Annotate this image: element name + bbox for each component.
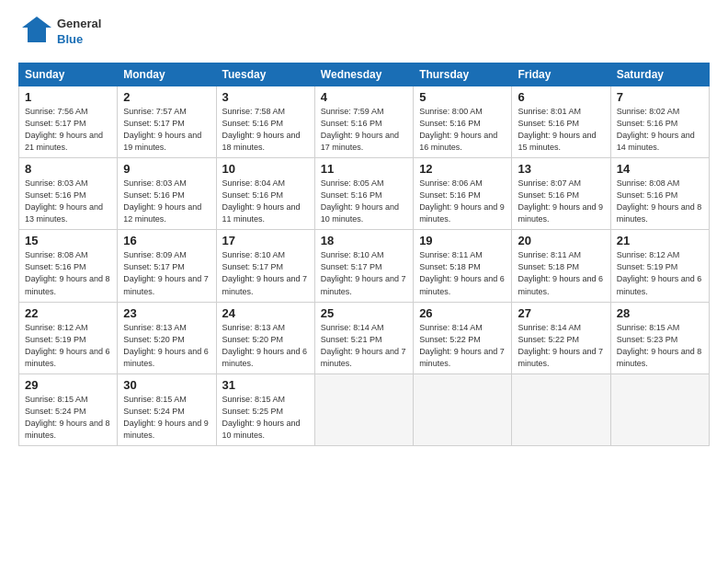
calendar-cell: 31Sunrise: 8:15 AMSunset: 5:25 PMDayligh… (216, 373, 314, 445)
calendar-cell: 26Sunrise: 8:14 AMSunset: 5:22 PMDayligh… (414, 302, 512, 373)
table-row: 8Sunrise: 8:03 AMSunset: 5:16 PMDaylight… (19, 158, 710, 230)
calendar-cell: 9Sunrise: 8:03 AMSunset: 5:16 PMDaylight… (118, 158, 216, 230)
day-info: Sunrise: 8:12 AMSunset: 5:19 PMDaylight:… (617, 249, 703, 297)
calendar-cell: 4Sunrise: 7:59 AMSunset: 5:16 PMDaylight… (314, 86, 413, 158)
day-info: Sunrise: 8:01 AMSunset: 5:16 PMDaylight:… (518, 106, 604, 154)
day-number: 24 (222, 306, 309, 320)
day-info: Sunrise: 8:10 AMSunset: 5:17 PMDaylight:… (321, 249, 407, 297)
calendar-cell: 27Sunrise: 8:14 AMSunset: 5:22 PMDayligh… (512, 302, 610, 373)
day-info: Sunrise: 8:13 AMSunset: 5:20 PMDaylight:… (123, 322, 210, 370)
day-number: 29 (25, 378, 111, 392)
day-number: 4 (321, 90, 407, 104)
day-info: Sunrise: 8:06 AMSunset: 5:16 PMDaylight:… (419, 178, 506, 225)
day-number: 21 (617, 234, 703, 247)
col-sunday: Sunday (19, 63, 118, 86)
table-row: 1Sunrise: 7:56 AMSunset: 5:17 PMDaylight… (19, 86, 710, 158)
calendar-cell (610, 373, 709, 445)
calendar-cell: 30Sunrise: 8:15 AMSunset: 5:24 PMDayligh… (118, 373, 216, 445)
day-info: Sunrise: 7:58 AMSunset: 5:16 PMDaylight:… (222, 106, 309, 154)
header-row: Sunday Monday Tuesday Wednesday Thursday… (19, 63, 710, 86)
day-number: 30 (123, 378, 210, 392)
day-info: Sunrise: 8:03 AMSunset: 5:16 PMDaylight:… (123, 178, 210, 225)
calendar-cell: 15Sunrise: 8:08 AMSunset: 5:16 PMDayligh… (19, 230, 118, 302)
calendar-cell: 16Sunrise: 8:09 AMSunset: 5:17 PMDayligh… (118, 230, 216, 302)
day-number: 26 (419, 306, 506, 320)
calendar-cell: 21Sunrise: 8:12 AMSunset: 5:19 PMDayligh… (610, 230, 709, 302)
calendar-cell: 6Sunrise: 8:01 AMSunset: 5:16 PMDaylight… (512, 86, 610, 158)
col-thursday: Thursday (414, 63, 512, 86)
day-info: Sunrise: 8:15 AMSunset: 5:24 PMDaylight:… (25, 394, 111, 442)
day-info: Sunrise: 8:12 AMSunset: 5:19 PMDaylight:… (25, 322, 111, 370)
calendar-cell (512, 373, 610, 445)
page-header: General Blue (18, 15, 710, 50)
day-info: Sunrise: 8:14 AMSunset: 5:22 PMDaylight:… (518, 322, 604, 370)
col-wednesday: Wednesday (314, 63, 413, 86)
day-info: Sunrise: 8:11 AMSunset: 5:18 PMDaylight:… (419, 249, 506, 297)
day-info: Sunrise: 8:15 AMSunset: 5:23 PMDaylight:… (617, 322, 703, 370)
calendar-cell: 2Sunrise: 7:57 AMSunset: 5:17 PMDaylight… (118, 86, 216, 158)
day-number: 5 (419, 90, 506, 104)
calendar-cell: 18Sunrise: 8:10 AMSunset: 5:17 PMDayligh… (314, 230, 413, 302)
calendar-cell: 7Sunrise: 8:02 AMSunset: 5:16 PMDaylight… (610, 86, 709, 158)
day-number: 28 (617, 306, 703, 320)
svg-marker-0 (22, 17, 51, 42)
calendar-body: 1Sunrise: 7:56 AMSunset: 5:17 PMDaylight… (19, 86, 710, 446)
calendar-cell: 8Sunrise: 8:03 AMSunset: 5:16 PMDaylight… (19, 158, 118, 230)
day-info: Sunrise: 8:03 AMSunset: 5:16 PMDaylight:… (25, 178, 111, 225)
day-info: Sunrise: 8:10 AMSunset: 5:17 PMDaylight:… (222, 249, 309, 297)
day-number: 7 (617, 90, 703, 104)
day-info: Sunrise: 7:59 AMSunset: 5:16 PMDaylight:… (321, 106, 407, 154)
day-info: Sunrise: 8:14 AMSunset: 5:22 PMDaylight:… (419, 322, 506, 370)
day-number: 17 (222, 234, 309, 247)
day-info: Sunrise: 7:56 AMSunset: 5:17 PMDaylight:… (25, 106, 111, 154)
day-number: 27 (518, 306, 604, 320)
calendar-cell: 28Sunrise: 8:15 AMSunset: 5:23 PMDayligh… (610, 302, 709, 373)
day-number: 14 (617, 162, 703, 176)
calendar-cell: 5Sunrise: 8:00 AMSunset: 5:16 PMDaylight… (414, 86, 512, 158)
calendar-cell: 23Sunrise: 8:13 AMSunset: 5:20 PMDayligh… (118, 302, 216, 373)
calendar-cell: 13Sunrise: 8:07 AMSunset: 5:16 PMDayligh… (512, 158, 610, 230)
calendar-table: Sunday Monday Tuesday Wednesday Thursday… (18, 63, 710, 446)
day-info: Sunrise: 8:04 AMSunset: 5:16 PMDaylight:… (222, 178, 309, 225)
day-info: Sunrise: 8:11 AMSunset: 5:18 PMDaylight:… (518, 249, 604, 297)
col-tuesday: Tuesday (216, 63, 314, 86)
day-number: 15 (25, 234, 111, 247)
day-number: 18 (321, 234, 407, 247)
day-number: 9 (123, 162, 210, 176)
day-info: Sunrise: 8:13 AMSunset: 5:20 PMDaylight:… (222, 322, 309, 370)
day-number: 1 (25, 90, 111, 104)
calendar-cell: 29Sunrise: 8:15 AMSunset: 5:24 PMDayligh… (19, 373, 118, 445)
col-saturday: Saturday (610, 63, 709, 86)
day-info: Sunrise: 8:02 AMSunset: 5:16 PMDaylight:… (617, 106, 703, 154)
col-monday: Monday (118, 63, 216, 86)
col-friday: Friday (512, 63, 610, 86)
calendar-cell: 24Sunrise: 8:13 AMSunset: 5:20 PMDayligh… (216, 302, 314, 373)
day-number: 13 (518, 162, 604, 176)
calendar-cell: 11Sunrise: 8:05 AMSunset: 5:16 PMDayligh… (314, 158, 413, 230)
calendar-cell: 10Sunrise: 8:04 AMSunset: 5:16 PMDayligh… (216, 158, 314, 230)
day-info: Sunrise: 8:08 AMSunset: 5:16 PMDaylight:… (617, 178, 703, 225)
day-number: 6 (518, 90, 604, 104)
day-info: Sunrise: 8:08 AMSunset: 5:16 PMDaylight:… (25, 249, 111, 297)
day-number: 31 (222, 378, 309, 392)
calendar-cell: 22Sunrise: 8:12 AMSunset: 5:19 PMDayligh… (19, 302, 118, 373)
day-info: Sunrise: 8:15 AMSunset: 5:25 PMDaylight:… (222, 394, 309, 442)
day-number: 23 (123, 306, 210, 320)
day-number: 22 (25, 306, 111, 320)
page-container: General Blue Sunday Monday Tuesday Wedne… (0, 0, 728, 457)
day-number: 19 (419, 234, 506, 247)
day-info: Sunrise: 8:14 AMSunset: 5:21 PMDaylight:… (321, 322, 407, 370)
calendar-cell: 20Sunrise: 8:11 AMSunset: 5:18 PMDayligh… (512, 230, 610, 302)
calendar-cell: 19Sunrise: 8:11 AMSunset: 5:18 PMDayligh… (414, 230, 512, 302)
calendar-cell: 1Sunrise: 7:56 AMSunset: 5:17 PMDaylight… (19, 86, 118, 158)
calendar-cell: 25Sunrise: 8:14 AMSunset: 5:21 PMDayligh… (314, 302, 413, 373)
logo: General Blue (18, 15, 101, 50)
day-number: 10 (222, 162, 309, 176)
calendar-cell: 12Sunrise: 8:06 AMSunset: 5:16 PMDayligh… (414, 158, 512, 230)
calendar-cell (414, 373, 512, 445)
day-info: Sunrise: 8:09 AMSunset: 5:17 PMDaylight:… (123, 249, 210, 297)
day-info: Sunrise: 8:05 AMSunset: 5:16 PMDaylight:… (321, 178, 407, 225)
calendar-cell (314, 373, 413, 445)
day-info: Sunrise: 8:15 AMSunset: 5:24 PMDaylight:… (123, 394, 210, 442)
calendar-cell: 17Sunrise: 8:10 AMSunset: 5:17 PMDayligh… (216, 230, 314, 302)
